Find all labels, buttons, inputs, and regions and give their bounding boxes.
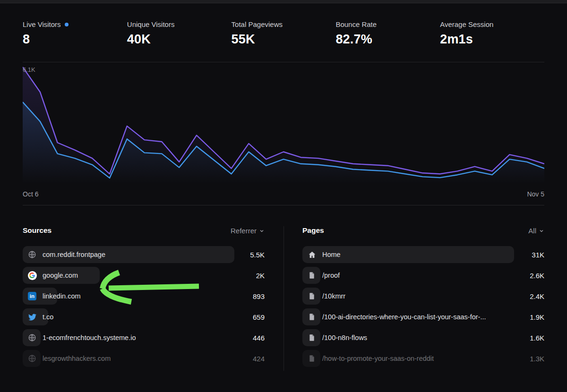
stat-card: Total Pageviews55K (232, 20, 336, 47)
sources-filter-label: Referrer (231, 227, 257, 235)
row-label: /proof (322, 272, 340, 279)
stat-value: 40K (127, 32, 232, 47)
traffic-chart: 6.1K (23, 63, 544, 184)
globe-icon (27, 250, 37, 259)
source-row[interactable]: com.reddit.frontpage5.5K (23, 246, 265, 263)
page-row[interactable]: Home31K (302, 246, 544, 263)
live-dot-icon (65, 23, 69, 26)
row-label: google.com (43, 272, 78, 279)
row-value: 893 (234, 292, 265, 300)
page-row[interactable]: /100-n8n-flows1.6K (302, 329, 544, 346)
row-label: /100-ai-directories-where-you-can-list-y… (322, 313, 486, 321)
row-bar-track: inlinkedin.com (23, 288, 234, 305)
chevron-down-icon (539, 228, 544, 234)
pages-filter-label: All (528, 227, 536, 235)
row-value: 1.9K (514, 313, 544, 321)
row-label: /100-n8n-flows (322, 334, 367, 341)
row-value: 2.4K (514, 292, 544, 300)
page-icon (307, 312, 317, 322)
row-value: 31K (514, 251, 544, 259)
x-axis-end-label: Nov 5 (527, 190, 544, 198)
row-bar-track: Home (302, 246, 514, 263)
row-value: 2K (234, 272, 265, 280)
source-row[interactable]: inlinkedin.com893 (23, 288, 265, 305)
page-icon (307, 354, 317, 363)
home-icon (307, 250, 317, 259)
twitter-icon (27, 312, 37, 322)
stat-label: Average Session (440, 20, 544, 28)
row-label: /how-to-promote-your-saas-on-reddit (322, 355, 434, 362)
column-divider (284, 226, 284, 371)
row-bar-track: lesgrowthhackers.com (23, 350, 234, 367)
pages-filter-dropdown[interactable]: All (528, 227, 544, 235)
row-value: 1.3K (514, 355, 544, 363)
sources-title: Sources (23, 226, 52, 235)
line-chart (23, 63, 544, 184)
page-row[interactable]: /proof2.6K (302, 267, 544, 284)
source-row[interactable]: google.com2K (23, 267, 265, 284)
sources-filter-dropdown[interactable]: Referrer (231, 227, 265, 235)
row-bar-track: t.co (23, 308, 234, 325)
row-label: t.co (43, 313, 53, 321)
page-icon (307, 333, 317, 342)
page-row[interactable]: /how-to-promote-your-saas-on-reddit1.3K (302, 350, 544, 367)
row-bar-track: /100-n8n-flows (302, 329, 514, 346)
row-label: Home (322, 251, 341, 258)
x-axis-start-label: Oct 6 (23, 190, 38, 198)
row-bar-track: com.reddit.frontpage (23, 246, 234, 263)
stat-value: 55K (232, 32, 336, 47)
stat-label: Total Pageviews (232, 20, 336, 28)
pages-panel: Pages All Home31K/proof2.6K/10kmrr2.4K/1… (302, 226, 544, 371)
stat-card: Unique Visitors40K (127, 20, 232, 47)
row-label: 1-ecomfrenchtouch.systeme.io (43, 334, 136, 341)
row-value: 659 (234, 313, 265, 321)
stat-value: 82.7% (335, 32, 440, 47)
sources-panel: Sources Referrer com.reddit.frontpage5.5… (23, 226, 265, 371)
globe-icon (27, 333, 37, 342)
page-icon (307, 291, 317, 301)
globe-icon (27, 354, 37, 363)
row-bar-track: /how-to-promote-your-saas-on-reddit (302, 350, 514, 367)
stats-bar: Live Visitors8Unique Visitors40KTotal Pa… (23, 20, 544, 47)
row-label: com.reddit.frontpage (43, 251, 105, 258)
stat-label: Live Visitors (23, 20, 127, 28)
google-icon (27, 271, 37, 280)
row-bar-track: /proof (302, 267, 514, 284)
stat-value: 2m1s (440, 32, 544, 47)
page-row[interactable]: /10kmrr2.4K (302, 288, 544, 305)
row-bar-track: /10kmrr (302, 288, 514, 305)
source-row[interactable]: lesgrowthhackers.com424 (23, 350, 265, 367)
window-top-edge (0, 0, 567, 3)
stat-value: 8 (23, 32, 127, 47)
row-value: 446 (234, 334, 265, 342)
row-label: linkedin.com (43, 292, 81, 300)
row-value: 424 (234, 355, 265, 363)
page-row[interactable]: /100-ai-directories-where-you-can-list-y… (302, 308, 544, 325)
stat-label: Bounce Rate (335, 20, 440, 28)
stat-card: Average Session2m1s (440, 20, 544, 47)
y-axis-max-label: 6.1K (23, 66, 35, 73)
stat-card: Live Visitors8 (23, 20, 127, 47)
row-value: 5.5K (234, 251, 265, 259)
row-bar-track: 1-ecomfrenchtouch.systeme.io (23, 329, 234, 346)
page-icon (307, 271, 317, 280)
row-value: 2.6K (514, 272, 544, 280)
x-axis-labels: Oct 6 Nov 5 (23, 184, 544, 205)
source-row[interactable]: 1-ecomfrenchtouch.systeme.io446 (23, 329, 265, 346)
row-label: lesgrowthhackers.com (43, 355, 111, 362)
divider (23, 62, 544, 62)
chevron-down-icon (259, 228, 265, 234)
linkedin-icon: in (27, 291, 37, 301)
row-label: /10kmrr (322, 292, 345, 300)
stat-card: Bounce Rate82.7% (335, 20, 440, 47)
pages-title: Pages (302, 226, 324, 235)
source-row[interactable]: t.co659 (23, 308, 265, 325)
stat-label: Unique Visitors (127, 20, 232, 28)
row-value: 1.6K (514, 334, 544, 342)
row-bar-track: google.com (23, 267, 234, 284)
row-bar-track: /100-ai-directories-where-you-can-list-y… (302, 308, 514, 325)
